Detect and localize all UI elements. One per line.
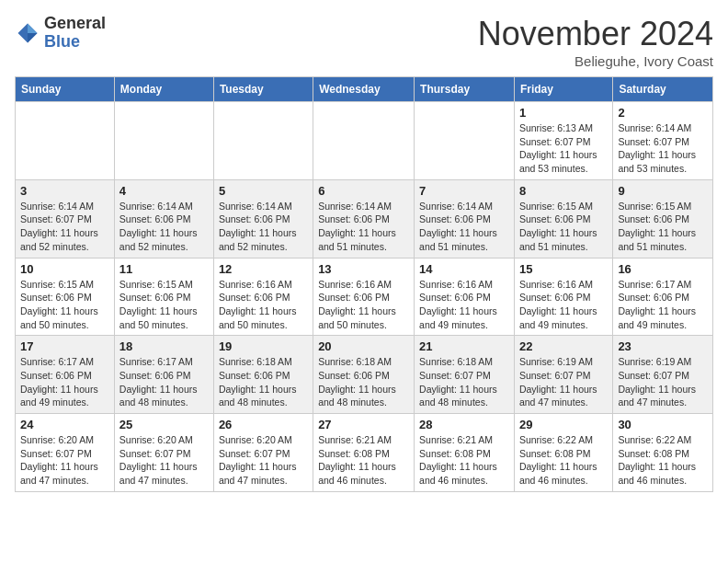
day-number: 26 — [219, 418, 308, 431]
day-detail: Sunrise: 6:18 AM Sunset: 6:06 PM Dayligh… — [219, 355, 308, 409]
weekday-header: Saturday — [613, 77, 713, 102]
logo-blue: Blue — [44, 32, 80, 51]
calendar-cell: 20Sunrise: 6:18 AM Sunset: 6:06 PM Dayli… — [313, 336, 415, 414]
day-detail: Sunrise: 6:21 AM Sunset: 6:08 PM Dayligh… — [318, 433, 409, 488]
day-number: 13 — [318, 262, 409, 276]
day-detail: Sunrise: 6:18 AM Sunset: 6:07 PM Dayligh… — [419, 355, 509, 409]
day-detail: Sunrise: 6:15 AM Sunset: 6:06 PM Dayligh… — [618, 200, 708, 254]
day-detail: Sunrise: 6:20 AM Sunset: 6:07 PM Dayligh… — [20, 433, 109, 488]
day-number: 7 — [419, 184, 509, 198]
calendar-cell: 17Sunrise: 6:17 AM Sunset: 6:06 PM Dayli… — [16, 336, 115, 414]
calendar-cell: 11Sunrise: 6:15 AM Sunset: 6:06 PM Dayli… — [114, 258, 213, 336]
day-number: 15 — [519, 262, 608, 276]
calendar-cell: 29Sunrise: 6:22 AM Sunset: 6:08 PM Dayli… — [514, 414, 612, 492]
day-detail: Sunrise: 6:22 AM Sunset: 6:08 PM Dayligh… — [519, 433, 608, 488]
weekday-header: Wednesday — [313, 77, 415, 102]
day-number: 9 — [618, 184, 708, 198]
calendar-cell: 5Sunrise: 6:14 AM Sunset: 6:06 PM Daylig… — [213, 179, 313, 258]
calendar-week-row: 3Sunrise: 6:14 AM Sunset: 6:07 PM Daylig… — [16, 179, 713, 258]
calendar-cell: 14Sunrise: 6:16 AM Sunset: 6:06 PM Dayli… — [415, 258, 515, 336]
calendar-cell: 12Sunrise: 6:16 AM Sunset: 6:06 PM Dayli… — [213, 258, 313, 336]
calendar-cell: 26Sunrise: 6:20 AM Sunset: 6:07 PM Dayli… — [213, 414, 313, 492]
calendar-cell: 28Sunrise: 6:21 AM Sunset: 6:08 PM Dayli… — [415, 414, 515, 492]
calendar-cell: 8Sunrise: 6:15 AM Sunset: 6:06 PM Daylig… — [514, 179, 612, 258]
calendar-cell — [313, 102, 415, 180]
day-detail: Sunrise: 6:20 AM Sunset: 6:07 PM Dayligh… — [219, 433, 308, 488]
calendar-table: SundayMondayTuesdayWednesdayThursdayFrid… — [15, 76, 713, 492]
day-number: 17 — [20, 339, 109, 353]
weekday-header: Thursday — [415, 77, 515, 102]
calendar-cell: 1Sunrise: 6:13 AM Sunset: 6:07 PM Daylig… — [514, 102, 612, 180]
day-detail: Sunrise: 6:16 AM Sunset: 6:06 PM Dayligh… — [419, 278, 509, 332]
day-number: 2 — [618, 106, 708, 120]
day-number: 11 — [119, 262, 209, 276]
day-detail: Sunrise: 6:14 AM Sunset: 6:06 PM Dayligh… — [119, 200, 209, 254]
day-number: 1 — [519, 106, 608, 120]
day-number: 14 — [419, 262, 509, 276]
day-detail: Sunrise: 6:22 AM Sunset: 6:08 PM Dayligh… — [618, 433, 708, 488]
day-number: 29 — [519, 418, 608, 431]
calendar-cell: 7Sunrise: 6:14 AM Sunset: 6:06 PM Daylig… — [415, 179, 515, 258]
day-detail: Sunrise: 6:14 AM Sunset: 6:06 PM Dayligh… — [219, 200, 308, 254]
day-number: 27 — [318, 418, 409, 431]
calendar-cell: 23Sunrise: 6:19 AM Sunset: 6:07 PM Dayli… — [613, 336, 713, 414]
day-detail: Sunrise: 6:16 AM Sunset: 6:06 PM Dayligh… — [519, 278, 608, 332]
day-number: 28 — [419, 418, 509, 431]
day-detail: Sunrise: 6:15 AM Sunset: 6:06 PM Dayligh… — [20, 278, 109, 332]
calendar-cell: 19Sunrise: 6:18 AM Sunset: 6:06 PM Dayli… — [213, 336, 313, 414]
day-detail: Sunrise: 6:15 AM Sunset: 6:06 PM Dayligh… — [119, 278, 209, 332]
day-number: 4 — [119, 184, 209, 198]
location: Belieguhe, Ivory Coast — [478, 53, 713, 69]
calendar-cell: 18Sunrise: 6:17 AM Sunset: 6:06 PM Dayli… — [114, 336, 213, 414]
calendar-cell — [16, 102, 115, 180]
calendar-week-row: 1Sunrise: 6:13 AM Sunset: 6:07 PM Daylig… — [16, 102, 713, 180]
month-title: November 2024 — [478, 15, 713, 53]
calendar-week-row: 10Sunrise: 6:15 AM Sunset: 6:06 PM Dayli… — [16, 258, 713, 336]
calendar-cell: 9Sunrise: 6:15 AM Sunset: 6:06 PM Daylig… — [613, 179, 713, 258]
day-number: 30 — [618, 418, 708, 431]
day-number: 23 — [618, 339, 708, 353]
day-number: 6 — [318, 184, 409, 198]
calendar-cell: 21Sunrise: 6:18 AM Sunset: 6:07 PM Dayli… — [415, 336, 515, 414]
calendar-week-row: 24Sunrise: 6:20 AM Sunset: 6:07 PM Dayli… — [16, 414, 713, 492]
day-detail: Sunrise: 6:14 AM Sunset: 6:06 PM Dayligh… — [318, 200, 409, 254]
day-number: 19 — [219, 339, 308, 353]
weekday-header-row: SundayMondayTuesdayWednesdayThursdayFrid… — [16, 77, 713, 102]
day-number: 3 — [20, 184, 109, 198]
day-detail: Sunrise: 6:17 AM Sunset: 6:06 PM Dayligh… — [20, 355, 109, 409]
calendar-cell: 15Sunrise: 6:16 AM Sunset: 6:06 PM Dayli… — [514, 258, 612, 336]
weekday-header: Tuesday — [213, 77, 313, 102]
title-block: November 2024 Belieguhe, Ivory Coast — [478, 15, 713, 69]
day-number: 24 — [20, 418, 109, 431]
day-number: 8 — [519, 184, 608, 198]
weekday-header: Monday — [114, 77, 213, 102]
calendar-cell — [114, 102, 213, 180]
day-number: 21 — [419, 339, 509, 353]
calendar-cell — [213, 102, 313, 180]
day-number: 5 — [219, 184, 308, 198]
calendar-cell: 22Sunrise: 6:19 AM Sunset: 6:07 PM Dayli… — [514, 336, 612, 414]
day-number: 18 — [119, 339, 209, 353]
logo-general: General — [44, 14, 106, 32]
day-number: 16 — [618, 262, 708, 276]
day-detail: Sunrise: 6:19 AM Sunset: 6:07 PM Dayligh… — [618, 355, 708, 409]
calendar-cell: 16Sunrise: 6:17 AM Sunset: 6:06 PM Dayli… — [613, 258, 713, 336]
day-detail: Sunrise: 6:17 AM Sunset: 6:06 PM Dayligh… — [119, 355, 209, 409]
day-detail: Sunrise: 6:19 AM Sunset: 6:07 PM Dayligh… — [519, 355, 608, 409]
calendar-week-row: 17Sunrise: 6:17 AM Sunset: 6:06 PM Dayli… — [16, 336, 713, 414]
day-detail: Sunrise: 6:15 AM Sunset: 6:06 PM Dayligh… — [519, 200, 608, 254]
day-number: 10 — [20, 262, 109, 276]
calendar-cell: 6Sunrise: 6:14 AM Sunset: 6:06 PM Daylig… — [313, 179, 415, 258]
calendar-cell — [415, 102, 515, 180]
day-number: 12 — [219, 262, 308, 276]
day-detail: Sunrise: 6:17 AM Sunset: 6:06 PM Dayligh… — [618, 278, 708, 332]
day-detail: Sunrise: 6:16 AM Sunset: 6:06 PM Dayligh… — [318, 278, 409, 332]
day-detail: Sunrise: 6:18 AM Sunset: 6:06 PM Dayligh… — [318, 355, 409, 409]
calendar-cell: 25Sunrise: 6:20 AM Sunset: 6:07 PM Dayli… — [114, 414, 213, 492]
calendar-cell: 13Sunrise: 6:16 AM Sunset: 6:06 PM Dayli… — [313, 258, 415, 336]
calendar-cell: 3Sunrise: 6:14 AM Sunset: 6:07 PM Daylig… — [16, 179, 115, 258]
day-detail: Sunrise: 6:14 AM Sunset: 6:06 PM Dayligh… — [419, 200, 509, 254]
calendar-cell: 10Sunrise: 6:15 AM Sunset: 6:06 PM Dayli… — [16, 258, 115, 336]
weekday-header: Friday — [514, 77, 612, 102]
calendar-cell: 2Sunrise: 6:14 AM Sunset: 6:07 PM Daylig… — [613, 102, 713, 180]
